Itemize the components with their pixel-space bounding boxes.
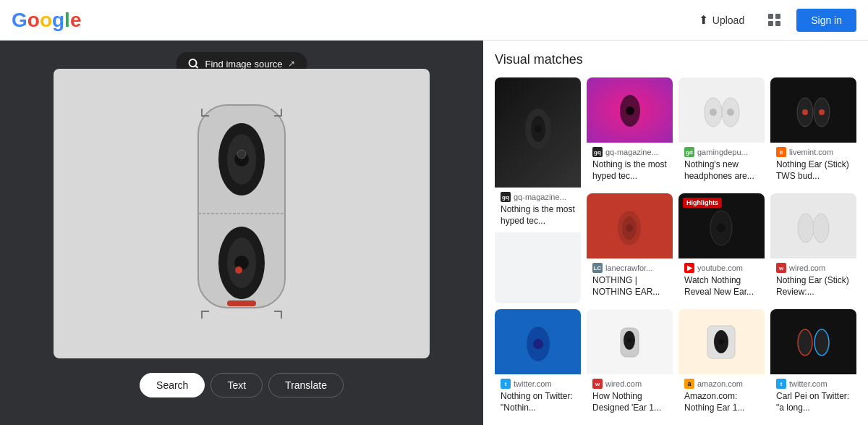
- card-info: a amazon.com Amazon.com: Nothing Ear 1..…: [678, 374, 765, 419]
- card-info: li livemint.com Nothing Ear (Stick) TWS …: [770, 143, 856, 188]
- google-logo: G o o g l e: [12, 9, 81, 32]
- card-title: Nothing Ear (Stick) TWS bud...: [776, 159, 851, 182]
- main-content: Find image source ↗: [0, 41, 868, 425]
- svg-rect-1: [775, 14, 780, 19]
- source-favicon: li: [776, 147, 786, 157]
- right-panel: Visual matches gq: [483, 41, 868, 425]
- dark-earphones-pair: [793, 322, 833, 362]
- svg-point-24: [710, 109, 717, 116]
- svg-point-45: [798, 329, 812, 355]
- source-name: gamingdepu...: [697, 148, 748, 156]
- source-name: youtube.com: [697, 264, 743, 272]
- card-title: Carl Pei on Twitter: "a long...: [776, 391, 851, 413]
- text-tab[interactable]: Text: [210, 373, 263, 397]
- dark-earbuds: [793, 91, 833, 130]
- logo-e: e: [70, 9, 82, 32]
- match-card-twitter-nothing[interactable]: t twitter.com Nothing on Twitter: "Nothi…: [495, 309, 581, 419]
- svg-point-28: [802, 109, 808, 115]
- card-title: Nothing on Twitter: "Nothin...: [501, 391, 575, 413]
- card-title: How Nothing Designed 'Ear 1...: [592, 391, 667, 413]
- logo-g2: g: [52, 9, 64, 32]
- card-info: LC lanecrawfor... NOTHING | NOTHING EAR.…: [587, 258, 673, 303]
- svg-point-25: [727, 109, 734, 116]
- search-tab[interactable]: Search: [140, 373, 205, 397]
- svg-rect-2: [768, 21, 773, 26]
- find-image-label: Find image source: [205, 59, 283, 70]
- source-favicon: gd: [684, 147, 694, 157]
- card-source: gq gq-magazine...: [592, 147, 667, 157]
- blue-earbuds: [520, 322, 556, 362]
- svg-point-35: [798, 214, 814, 243]
- card-source: a amazon.com: [684, 379, 759, 389]
- match-card-gq-2[interactable]: gq gq-magazine... Nothing is the most hy…: [587, 77, 673, 188]
- source-name: lanecrawfor...: [605, 264, 652, 272]
- svg-point-36: [813, 214, 829, 243]
- upload-label: Upload: [712, 14, 744, 26]
- white-earbuds-2: [793, 206, 833, 246]
- sign-in-button[interactable]: Sign in: [796, 9, 856, 32]
- card-info: t twitter.com Nothing on Twitter: "Nothi…: [495, 374, 581, 419]
- grid-icon: [767, 13, 782, 28]
- card-title: Amazon.com: Nothing Ear 1...: [684, 391, 759, 413]
- dark-earbud-thumb: [705, 206, 738, 246]
- card-info: gq gq-magazine... Nothing is the most hy…: [495, 188, 581, 232]
- match-card-gq-1[interactable]: gq gq-magazine... Nothing is the most hy…: [495, 77, 581, 303]
- matches-grid: gq gq-magazine... Nothing is the most hy…: [495, 77, 856, 425]
- match-card-livemint[interactable]: li livemint.com Nothing Ear (Stick) TWS …: [770, 77, 856, 188]
- card-image-placeholder: [495, 77, 581, 188]
- card-source: t twitter.com: [776, 379, 851, 389]
- svg-point-32: [626, 224, 633, 232]
- svg-point-19: [535, 125, 542, 132]
- source-name: gq-magazine...: [605, 148, 658, 156]
- svg-point-38: [533, 339, 543, 349]
- match-card-wired-how[interactable]: w wired.com How Nothing Designed 'Ear 1.…: [587, 309, 673, 419]
- match-card-twitter-carl[interactable]: t twitter.com Carl Pei on Twitter: "a lo…: [770, 309, 856, 419]
- card-info: t twitter.com Carl Pei on Twitter: "a lo…: [770, 374, 856, 419]
- card-title: Nothing Ear (Stick) Review:...: [776, 275, 851, 298]
- card-source: ▶ youtube.com: [684, 263, 759, 273]
- red-earbud: [613, 206, 646, 246]
- svg-point-41: [627, 338, 631, 342]
- external-link-icon: ↗: [288, 59, 295, 69]
- svg-point-15: [235, 266, 242, 274]
- uploaded-image-container: [54, 69, 430, 358]
- card-title: NOTHING | NOTHING EAR...: [592, 275, 667, 298]
- svg-point-34: [717, 224, 726, 232]
- card-source: w wired.com: [592, 379, 667, 389]
- translate-tab[interactable]: Translate: [268, 373, 344, 397]
- svg-point-11: [237, 150, 246, 159]
- svg-rect-0: [768, 14, 773, 19]
- card-info: gq gq-magazine... Nothing is the most hy…: [587, 143, 673, 188]
- svg-point-29: [819, 109, 825, 115]
- earbud-thumbnail: [520, 104, 556, 161]
- match-card-wired-review[interactable]: w wired.com Nothing Ear (Stick) Review:.…: [770, 193, 856, 303]
- match-card-amazon[interactable]: a amazon.com Amazon.com: Nothing Ear 1..…: [678, 309, 765, 419]
- header-actions: ⬆ Upload Sign in: [690, 7, 856, 33]
- card-info: ▶ youtube.com Watch Nothing Reveal New E…: [678, 258, 765, 303]
- card-info: w wired.com Nothing Ear (Stick) Review:.…: [770, 258, 856, 303]
- match-card-gaming[interactable]: gd gamingdepu... Nothing's new headphone…: [678, 77, 765, 188]
- match-card-youtube[interactable]: Highlights ▶ youtube.com Watch Nothing R…: [678, 193, 765, 303]
- card-title: Nothing is the most hyped tec...: [592, 159, 667, 182]
- source-favicon: ▶: [684, 263, 694, 273]
- source-favicon: w: [592, 379, 603, 389]
- apps-grid-button[interactable]: [762, 7, 788, 33]
- source-name: amazon.com: [697, 379, 743, 388]
- card-title: Watch Nothing Reveal New Ear...: [684, 275, 759, 298]
- highlights-badge: Highlights: [683, 198, 722, 208]
- card-source: gq gq-magazine...: [501, 192, 575, 202]
- match-card-lane[interactable]: LC lanecrawfor... NOTHING | NOTHING EAR.…: [587, 193, 673, 303]
- logo-g: G: [12, 9, 27, 32]
- source-name: gq-magazine...: [514, 193, 566, 201]
- earbuds-image: [176, 91, 307, 337]
- svg-point-44: [718, 339, 724, 345]
- case-thumb: [613, 322, 646, 362]
- card-title: Nothing's new headphones are...: [684, 159, 759, 182]
- upload-button[interactable]: ⬆ Upload: [690, 7, 753, 33]
- source-favicon: LC: [592, 263, 603, 273]
- logo-l: l: [64, 9, 70, 32]
- logo-o1: o: [27, 9, 40, 32]
- amazon-earbuds: [702, 322, 741, 362]
- card-source: gd gamingdepu...: [684, 147, 759, 157]
- upload-icon: ⬆: [699, 13, 708, 27]
